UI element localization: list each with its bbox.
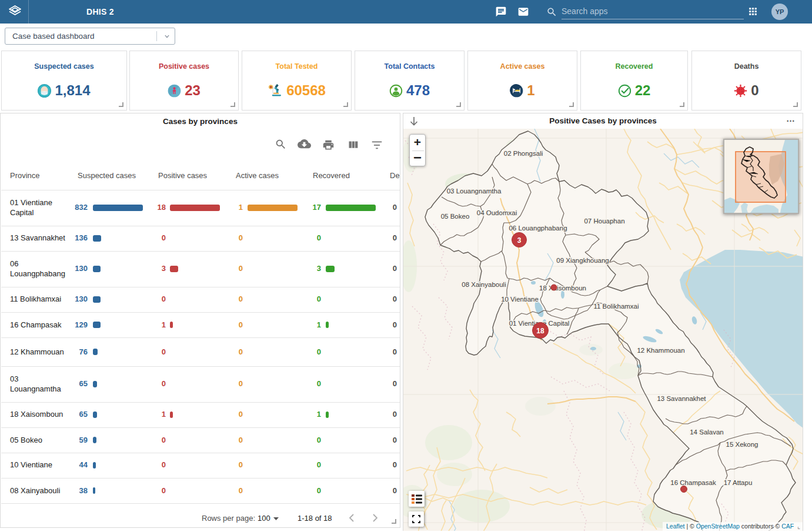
svg-text:14 Salavan: 14 Salavan xyxy=(690,429,724,436)
svg-text:08 Xainyabouli: 08 Xainyabouli xyxy=(462,281,506,288)
svg-text:16 Champasak: 16 Champasak xyxy=(670,479,716,486)
svg-text:06 Louangphabang: 06 Louangphabang xyxy=(509,225,567,232)
svg-text:09 Xiangkhouang: 09 Xiangkhouang xyxy=(556,257,609,264)
svg-text:02 Phongsali: 02 Phongsali xyxy=(504,150,543,157)
svg-text:07 Houaphan: 07 Houaphan xyxy=(584,218,624,225)
svg-text:11 Bolikhamxai: 11 Bolikhamxai xyxy=(593,303,639,310)
svg-text:04 Oudomxai: 04 Oudomxai xyxy=(477,209,517,216)
svg-text:15 Xekong: 15 Xekong xyxy=(726,441,758,448)
svg-text:18 Xaisomboun: 18 Xaisomboun xyxy=(539,285,586,292)
svg-text:13 Savannakhet: 13 Savannakhet xyxy=(657,395,706,402)
svg-text:12 Khammouan: 12 Khammouan xyxy=(637,347,684,354)
svg-text:10 Vientiane: 10 Vientiane xyxy=(501,296,539,303)
svg-text:3: 3 xyxy=(517,236,522,245)
svg-text:17 Attapu: 17 Attapu xyxy=(724,479,753,486)
svg-text:05 Bokeo: 05 Bokeo xyxy=(441,213,470,220)
svg-text:03 Louangnamtha: 03 Louangnamtha xyxy=(447,188,502,195)
svg-text:18: 18 xyxy=(536,327,544,335)
